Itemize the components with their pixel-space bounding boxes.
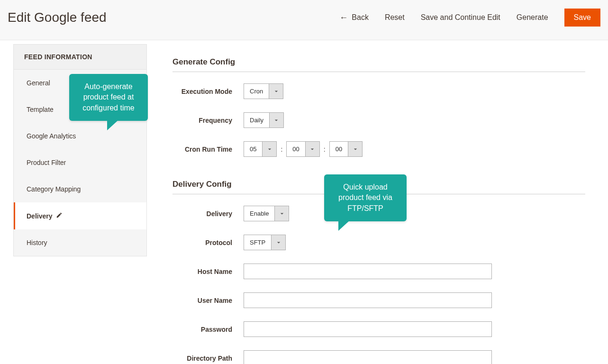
label-host-name: Host Name (172, 268, 244, 275)
generate-button[interactable]: Generate (517, 13, 548, 22)
sidebar-item-google-analytics[interactable]: Google Analytics (14, 123, 146, 149)
sidebar-item-label: Google Analytics (27, 132, 76, 140)
top-actions: ← Back Reset Save and Continue Edit Gene… (339, 9, 600, 27)
callout-tail-icon (107, 120, 118, 130)
sidebar-item-delivery[interactable]: Delivery (14, 202, 146, 229)
select-value: Cron (244, 84, 269, 99)
row-password: Password (172, 321, 585, 337)
main-content: Auto-generate product feed at configured… (147, 44, 608, 364)
label-execution-mode: Execution Mode (172, 88, 244, 95)
chevron-down-icon (271, 235, 285, 250)
label-directory-path: Directory Path (172, 355, 244, 362)
select-value: 00 (330, 142, 348, 156)
select-frequency[interactable]: Daily (244, 112, 284, 128)
back-label: Back (352, 13, 369, 22)
generate-config-title: Generate Config (172, 57, 585, 72)
label-protocol: Protocol (172, 239, 244, 246)
callout-tail-icon (338, 220, 350, 231)
save-button[interactable]: Save (564, 9, 600, 27)
select-cron-minute[interactable]: 00 (286, 141, 319, 157)
row-user-name: User Name (172, 292, 585, 308)
select-cron-second[interactable]: 00 (329, 141, 363, 157)
row-execution-mode: Execution Mode Cron (172, 83, 585, 99)
select-value: Enable (244, 206, 274, 221)
pencil-icon (56, 212, 63, 220)
select-protocol[interactable]: SFTP (244, 235, 286, 250)
time-separator: : (281, 146, 282, 153)
label-cron-run-time: Cron Run Time (172, 146, 244, 153)
sidebar-item-category-mapping[interactable]: Category Mapping (14, 176, 146, 202)
layout: FEED INFORMATION General Template Google… (0, 40, 608, 364)
select-execution-mode[interactable]: Cron (244, 83, 283, 99)
label-delivery: Delivery (172, 210, 244, 218)
label-user-name: User Name (172, 297, 244, 304)
select-delivery[interactable]: Enable (244, 206, 289, 221)
sidebar-item-label: Product Filter (27, 159, 66, 166)
chevron-down-icon (269, 84, 283, 99)
chevron-down-icon (274, 206, 289, 221)
sidebar-item-label: Template (27, 106, 54, 113)
arrow-left-icon: ← (339, 13, 348, 22)
select-value: Daily (244, 113, 269, 127)
sidebar-item-label: Category Mapping (27, 185, 81, 193)
generate-label: Generate (517, 13, 548, 22)
select-value: SFTP (244, 235, 271, 250)
chevron-down-icon (305, 142, 319, 156)
callout-text: Auto-generate product feed at configured… (82, 82, 134, 112)
page-title: Edit Google feed (8, 10, 107, 25)
sidebar-item-label: History (27, 239, 47, 246)
chevron-down-icon (348, 142, 362, 156)
chevron-down-icon (262, 142, 276, 156)
label-password: Password (172, 326, 244, 333)
sidebar-item-history[interactable]: History (14, 229, 146, 256)
back-button[interactable]: ← Back (339, 13, 369, 22)
time-separator: : (324, 146, 326, 153)
row-protocol: Protocol SFTP (172, 235, 585, 250)
callout-auto-generate: Auto-generate product feed at configured… (69, 74, 148, 121)
save-continue-label: Save and Continue Edit (421, 13, 500, 22)
select-value: 00 (287, 142, 305, 156)
sidebar-item-label: Delivery (27, 212, 52, 220)
sidebar-title: FEED INFORMATION (14, 44, 146, 70)
save-continue-button[interactable]: Save and Continue Edit (421, 13, 500, 22)
chevron-down-icon (269, 113, 283, 127)
select-value: 05 (244, 142, 262, 156)
input-user-name[interactable] (244, 292, 492, 308)
row-cron-run-time: Cron Run Time 05 : 00 : 00 (172, 141, 585, 157)
label-frequency: Frequency (172, 117, 244, 124)
input-directory-path[interactable] (244, 350, 492, 364)
reset-label: Reset (385, 13, 405, 22)
reset-button[interactable]: Reset (385, 13, 405, 22)
input-host-name[interactable] (244, 264, 492, 279)
sidebar-item-product-filter[interactable]: Product Filter (14, 149, 146, 176)
row-frequency: Frequency Daily (172, 112, 585, 128)
row-directory-path: Directory Path (172, 350, 585, 364)
callout-text: Quick upload product feed via FTP/SFTP (338, 183, 392, 212)
row-host-name: Host Name (172, 264, 585, 279)
callout-quick-upload: Quick upload product feed via FTP/SFTP (324, 174, 407, 221)
top-bar: Edit Google feed ← Back Reset Save and C… (0, 0, 608, 40)
select-cron-hour[interactable]: 05 (244, 141, 277, 157)
sidebar-item-label: General (27, 79, 50, 87)
input-password[interactable] (244, 321, 492, 337)
